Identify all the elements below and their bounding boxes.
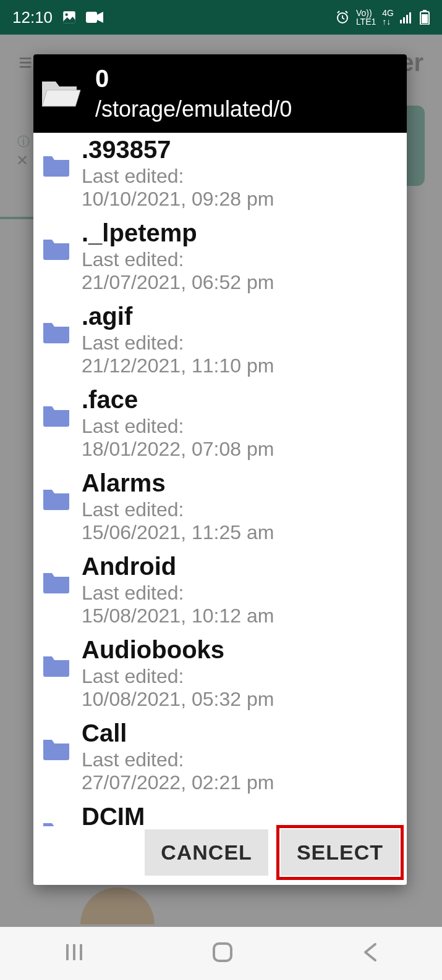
status-right: Vo)) LTE1 4G ↑↓ xyxy=(335,9,430,26)
svg-rect-5 xyxy=(403,17,405,23)
last-edited-label: Last edited: xyxy=(82,748,274,771)
folder-picker-dialog: 0 /storage/emulated/0 .393857Last edited… xyxy=(33,54,407,885)
folder-icon xyxy=(42,569,70,597)
svg-rect-14 xyxy=(214,944,231,961)
item-date: 15/06/2021, 11:25 am xyxy=(82,521,274,544)
folder-icon xyxy=(42,819,70,826)
svg-rect-2 xyxy=(86,12,97,23)
status-time: 12:10 xyxy=(12,8,53,27)
signal-icon xyxy=(400,11,414,23)
svg-rect-7 xyxy=(409,12,411,23)
list-item[interactable]: AlarmsLast edited:15/06/2021, 11:25 am xyxy=(38,466,407,550)
image-icon xyxy=(61,9,77,25)
list-item[interactable]: DCIMLast edited: xyxy=(38,800,407,826)
item-name: Android xyxy=(82,552,274,580)
volte-indicator: Vo)) LTE1 xyxy=(356,9,376,26)
folder-icon xyxy=(42,236,70,263)
folder-icon xyxy=(42,653,70,680)
item-name: Audiobooks xyxy=(82,635,274,664)
list-item[interactable]: AudiobooksLast edited:10/08/2021, 05:32 … xyxy=(38,633,407,716)
dialog-buttons: CANCEL SELECT xyxy=(33,826,407,885)
list-item-text: .agifLast edited:21/12/2021, 11:10 pm xyxy=(82,302,274,377)
back-icon[interactable] xyxy=(360,942,379,965)
home-icon[interactable] xyxy=(211,941,234,966)
folder-icon xyxy=(42,486,70,513)
last-edited-label: Last edited: xyxy=(82,332,274,354)
last-edited-label: Last edited: xyxy=(82,415,274,438)
item-name: ._lpetemp xyxy=(82,219,274,247)
item-name: Alarms xyxy=(82,469,274,497)
item-date: 27/07/2022, 02:21 pm xyxy=(82,771,274,794)
list-item[interactable]: .393857Last edited:10/10/2021, 09:28 pm xyxy=(38,133,407,216)
list-item[interactable]: .faceLast edited:18/01/2022, 07:08 pm xyxy=(38,383,407,466)
item-name: DCIM xyxy=(82,802,184,826)
volte-bottom: LTE1 xyxy=(356,17,376,27)
list-item[interactable]: .agifLast edited:21/12/2021, 11:10 pm xyxy=(38,299,407,383)
status-left: 12:10 xyxy=(12,8,103,27)
list-item[interactable]: CallLast edited:27/07/2022, 02:21 pm xyxy=(38,716,407,800)
item-name: .393857 xyxy=(82,135,274,164)
folder-list[interactable]: .393857Last edited:10/10/2021, 09:28 pm.… xyxy=(33,133,407,826)
item-name: .face xyxy=(82,385,274,414)
open-folder-icon xyxy=(40,75,83,112)
current-folder-name: 0 xyxy=(95,65,292,93)
list-item-text: AndroidLast edited:15/08/2021, 10:12 am xyxy=(82,552,274,627)
item-name: Call xyxy=(82,719,274,747)
dialog-header: 0 /storage/emulated/0 xyxy=(33,54,407,133)
item-date: 21/12/2021, 11:10 pm xyxy=(82,354,274,377)
recents-icon[interactable] xyxy=(64,942,85,965)
list-item-text: DCIMLast edited: xyxy=(82,802,184,826)
svg-point-1 xyxy=(66,14,68,16)
svg-rect-13 xyxy=(80,944,82,960)
last-edited-label: Last edited: xyxy=(82,498,274,521)
status-bar: 12:10 Vo)) LTE1 4G ↑↓ xyxy=(0,0,442,35)
svg-rect-6 xyxy=(406,15,408,23)
list-item-text: .faceLast edited:18/01/2022, 07:08 pm xyxy=(82,385,274,461)
folder-icon xyxy=(42,736,70,763)
data-indicator: 4G ↑↓ xyxy=(382,9,394,26)
svg-rect-12 xyxy=(73,944,75,960)
item-date: 18/01/2022, 07:08 pm xyxy=(82,438,274,461)
list-item-text: AudiobooksLast edited:10/08/2021, 05:32 … xyxy=(82,635,274,711)
item-name: .agif xyxy=(82,302,274,330)
list-item-text: AlarmsLast edited:15/06/2021, 11:25 am xyxy=(82,469,274,544)
folder-icon xyxy=(42,403,70,430)
data-arrows-icon: ↑↓ xyxy=(382,17,391,27)
svg-rect-4 xyxy=(400,20,402,23)
list-item-text: .393857Last edited:10/10/2021, 09:28 pm xyxy=(82,135,274,211)
item-date: 21/07/2021, 06:52 pm xyxy=(82,271,274,294)
list-item-text: ._lpetempLast edited:21/07/2021, 06:52 p… xyxy=(82,219,274,294)
last-edited-label: Last edited: xyxy=(82,165,274,188)
svg-rect-11 xyxy=(66,944,69,960)
select-button[interactable]: SELECT xyxy=(281,829,399,876)
last-edited-label: Last edited: xyxy=(82,665,274,688)
battery-icon xyxy=(420,10,430,25)
list-item[interactable]: AndroidLast edited:15/08/2021, 10:12 am xyxy=(38,550,407,633)
current-folder-path: /storage/emulated/0 xyxy=(95,96,292,122)
last-edited-label: Last edited: xyxy=(82,248,274,271)
item-date: 15/08/2021, 10:12 am xyxy=(82,605,274,627)
folder-icon xyxy=(42,319,70,346)
alarm-icon xyxy=(335,10,350,25)
folder-icon xyxy=(42,153,70,180)
dialog-header-text: 0 /storage/emulated/0 xyxy=(95,65,292,122)
svg-rect-10 xyxy=(422,14,428,23)
item-date: 10/10/2021, 09:28 pm xyxy=(82,188,274,211)
list-item[interactable]: ._lpetempLast edited:21/07/2021, 06:52 p… xyxy=(38,216,407,299)
navigation-bar xyxy=(0,927,442,980)
cancel-button[interactable]: CANCEL xyxy=(145,829,268,876)
last-edited-label: Last edited: xyxy=(82,582,274,605)
item-date: 10/08/2021, 05:32 pm xyxy=(82,688,274,711)
video-icon xyxy=(86,10,103,24)
list-item-text: CallLast edited:27/07/2022, 02:21 pm xyxy=(82,719,274,794)
